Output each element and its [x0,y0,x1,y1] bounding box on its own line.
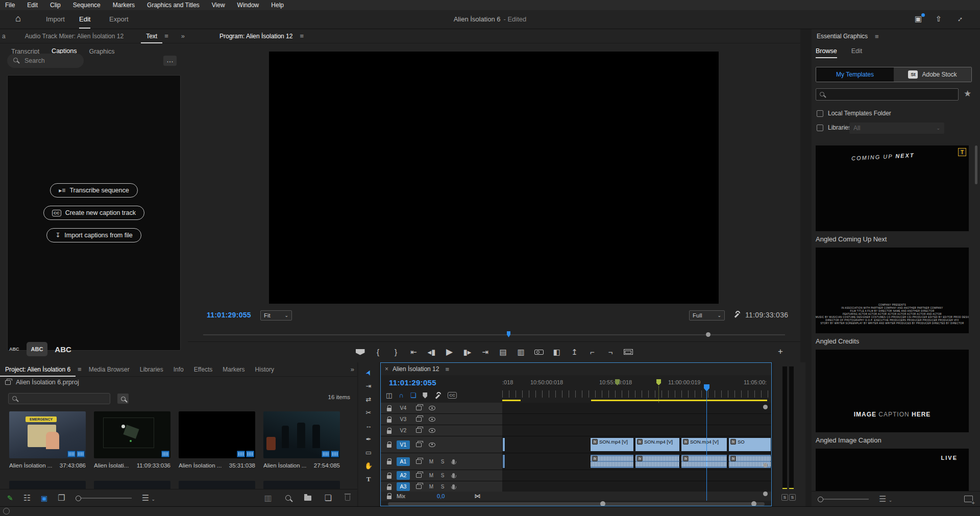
clip-thumbnail-partial[interactable] [179,481,255,489]
zoom-level-select[interactable]: Fit⌄ [260,310,292,321]
tab-project[interactable]: Project: Alien İsolation 6 [0,362,76,377]
freeform-view-icon[interactable]: ❐ [58,493,65,503]
mix-level-value[interactable]: 0,0 [437,493,445,499]
lock-icon[interactable] [387,444,391,448]
lock-icon[interactable] [387,486,391,490]
menu-clip[interactable]: Clip [50,2,61,9]
new-layout-icon[interactable] [964,496,973,502]
track-name[interactable]: V3 [397,415,410,424]
mute-button[interactable]: M [428,473,435,478]
list-view-icon[interactable]: ☷ [23,493,31,503]
keyframe-toggle-icon[interactable]: ⋈ [474,493,480,500]
more-panels-icon[interactable]: » [181,32,185,40]
playback-resolution-select[interactable]: Full⌄ [689,310,725,321]
lock-icon[interactable] [387,430,391,434]
play-icon[interactable]: ▶ [445,347,454,357]
vertical-scroll-handle[interactable] [763,463,768,468]
icon-view-icon[interactable]: ▣ [41,494,47,502]
add-marker-icon[interactable] [423,392,427,399]
audio-clip-partial[interactable] [502,454,505,469]
lock-icon[interactable] [387,408,391,411]
panel-menu-icon[interactable]: ≡ [443,365,451,373]
lift-icon[interactable]: ▤ [499,348,508,357]
tab-text[interactable]: Text [141,29,162,43]
panel-menu-icon[interactable]: ≡ [162,32,170,40]
mark-out-icon[interactable]: } [391,348,401,356]
eye-icon[interactable] [429,417,435,422]
video-clip[interactable]: fxSO [728,437,771,452]
writable-pencil-icon[interactable]: ✎ [7,494,13,502]
ripple-edit-tool[interactable]: ⇄ [366,396,372,403]
new-bin-icon[interactable] [304,496,311,501]
timeline-timecode[interactable]: 11:01:29:055 [389,378,436,387]
templates-search-input[interactable] [816,88,959,101]
voiceover-mic-icon[interactable] [452,484,455,489]
template-zoom-slider[interactable] [818,499,869,500]
menu-window[interactable]: Window [237,2,259,9]
new-item-icon[interactable]: ❏ [325,493,332,503]
hand-tool[interactable]: ✋ [364,462,373,470]
mute-button[interactable]: M [428,459,435,464]
export-icon[interactable]: ↥ [570,348,579,357]
extract-icon[interactable]: ▥ [517,348,526,357]
caption-size-small-button[interactable]: ABC [9,347,19,352]
tab-media-browser[interactable]: Media Browser [84,362,135,377]
settings-wrench-icon[interactable] [733,311,740,318]
project-search-input[interactable] [8,393,110,404]
voiceover-mic-icon[interactable] [452,473,455,478]
trim-backward-icon[interactable]: ⌐ [588,348,597,356]
panel-menu-icon[interactable]: ≡ [298,32,306,40]
menu-edit[interactable]: Edit [27,2,38,9]
tab-edit[interactable]: Edit [79,10,90,29]
sort-icon[interactable]: ☰ ⌄ [142,493,155,503]
menu-markers[interactable]: Markers [113,2,135,9]
more-options-button[interactable]: … [163,56,177,66]
vertical-scroll-handle[interactable] [763,492,768,496]
sync-lock-icon[interactable] [416,417,422,422]
solo-button[interactable]: S [439,459,446,464]
pen-tool[interactable]: ✒ [366,435,372,443]
template-credits[interactable]: COMPANY PRESENTS IN ASSOCIATION WITH PAR… [816,248,969,333]
clip-thumbnail-partial[interactable] [9,481,86,489]
track-name[interactable]: V4 [397,404,410,412]
checkbox[interactable] [817,110,823,117]
template-image-caption[interactable]: IMAGE CAPTION HERE [816,350,969,432]
selection-tool[interactable]: ➤ [363,368,373,377]
eye-icon[interactable] [429,406,435,410]
captions-search-input[interactable] [7,54,84,68]
tab-overflow-partial[interactable]: a [0,29,8,43]
solo-button[interactable]: S [439,484,446,489]
track-target[interactable]: A3 [397,482,410,491]
favorites-star-icon[interactable]: ★ [964,88,971,99]
tab-markers[interactable]: Markers [217,362,250,377]
template-coming-up-next[interactable]: COMING UP NEXT T [816,145,969,231]
video-clip-partial[interactable] [502,437,505,452]
adobe-stock-button[interactable]: StAdobe Stock [894,67,971,82]
import-captions-button[interactable]: ↧Import captions from file [46,228,141,242]
caption-size-large-button[interactable]: ABC [55,345,71,354]
button-editor-icon[interactable]: + [778,347,783,357]
clip-thumbnail-partial[interactable] [94,481,170,489]
thumbnail-zoom-slider[interactable] [76,498,132,499]
tab-graphics[interactable]: Graphics [85,48,118,58]
sequence-thumbnail[interactable] [94,411,170,458]
track-name[interactable]: V2 [397,426,410,435]
solo-button[interactable]: S [789,494,796,501]
eye-icon[interactable] [429,443,435,447]
tab-audio-track-mixer[interactable]: Audio Track Mixer: Alien İsolation 12 [20,29,129,43]
libraries-select[interactable]: All⌄ [849,122,944,134]
tab-export[interactable]: Export [109,10,129,29]
track-target[interactable]: V1 [397,440,410,449]
sync-lock-icon[interactable] [416,473,422,478]
safe-margins-icon[interactable] [624,349,633,355]
lock-icon[interactable] [387,419,391,423]
go-to-in-icon[interactable]: ⇤ [409,348,419,357]
solo-button[interactable]: S [781,494,788,501]
go-to-out-icon[interactable]: ⇥ [481,348,490,357]
search-bin-icon[interactable] [117,394,129,404]
panel-menu-icon[interactable]: ≡ [873,33,881,40]
quick-export-progress-icon[interactable]: ▣ [913,14,924,24]
program-playhead[interactable] [507,331,510,337]
tab-effects[interactable]: Effects [189,362,217,377]
find-icon[interactable] [285,495,291,501]
